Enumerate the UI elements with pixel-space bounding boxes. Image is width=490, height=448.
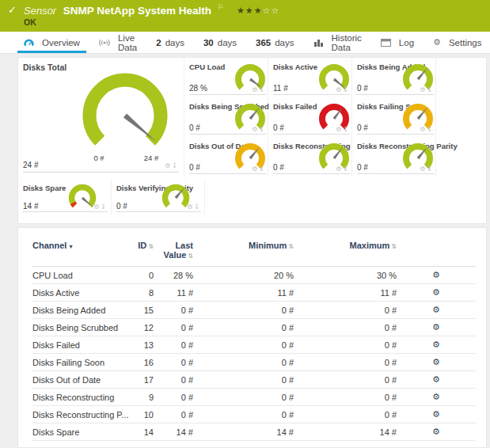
- pin-icon[interactable]: ↧: [259, 165, 264, 173]
- table-row[interactable]: Disks Being Scrubbed 12 0 # 0 # 0 # ⚙: [32, 319, 476, 336]
- col-header-id[interactable]: ID⇅: [120, 241, 154, 267]
- cell-last-value: 0 #: [154, 389, 193, 406]
- channel-settings-gear-icon[interactable]: ⚙: [432, 287, 440, 298]
- gauge-value: 0 #: [357, 84, 368, 93]
- pin-icon[interactable]: ↧: [101, 203, 106, 211]
- gauge-tile-disks-total: Disks Total 0 # 24 # 24 # ⚙↧: [18, 58, 184, 179]
- channel-settings-gear-icon[interactable]: ⚙: [432, 357, 440, 367]
- sensor-status-text: OK: [24, 17, 36, 27]
- gear-icon[interactable]: ⚙: [252, 165, 257, 173]
- col-header-channel[interactable]: Channel▾: [32, 241, 120, 267]
- table-row[interactable]: Disks Failing Soon 16 0 # 0 # 0 # ⚙: [32, 354, 476, 371]
- cell-channel: Disks Failed: [32, 336, 120, 354]
- pin-icon[interactable]: ↧: [259, 86, 264, 93]
- tab-live-data[interactable]: Live Data: [89, 32, 146, 53]
- table-row[interactable]: Disks Spare 14 14 # 14 # 14 # ⚙: [32, 423, 476, 441]
- divider: [23, 211, 108, 212]
- table-row[interactable]: Disks Active 8 11 # 11 # 11 # ⚙: [32, 284, 476, 302]
- gear-icon[interactable]: ⚙: [336, 165, 341, 173]
- tab-settings[interactable]: ⚙ Settings: [424, 32, 490, 53]
- col-header-maximum[interactable]: Maximum⇅: [294, 241, 397, 267]
- table-row[interactable]: Disks Reconstructing P... 10 0 # 0 # 0 #…: [32, 406, 476, 423]
- cell-maximum: 0 #: [294, 354, 397, 371]
- gauge-value: 0 #: [116, 202, 127, 211]
- cell-channel: CPU Load: [32, 267, 120, 284]
- pin-icon[interactable]: ↧: [427, 86, 432, 93]
- cell-channel: Disks Reconstructing: [32, 389, 120, 406]
- pin-icon[interactable]: ↧: [343, 165, 348, 173]
- divider: [189, 94, 266, 95]
- gauge-tile-disks-active: Disks Active 11 # ⚙↧: [268, 58, 352, 97]
- pin-icon[interactable]: ↧: [343, 126, 348, 133]
- gear-icon[interactable]: ⚙: [93, 203, 99, 211]
- col-header-minimum[interactable]: Minimum⇅: [193, 241, 294, 267]
- gear-icon[interactable]: ⚙: [336, 126, 341, 133]
- sorted-desc-icon: ▾: [69, 243, 72, 250]
- gauge-tile-disks-out-of-date: Disks Out of Date 0 # ⚙↧: [184, 137, 268, 177]
- gear-icon[interactable]: ⚙: [187, 203, 192, 211]
- gear-icon[interactable]: ⚙: [336, 86, 341, 93]
- cell-maximum: 0 #: [294, 371, 397, 389]
- cell-maximum: 0 #: [294, 302, 397, 319]
- table-row[interactable]: Disks Out of Date 17 0 # 0 # 0 # ⚙: [32, 371, 476, 389]
- gauge-tile-disks-reconstructing-parity: Disks Reconstructing Parity 0 # ⚙↧: [352, 137, 436, 177]
- disks-total-gauge: [78, 68, 173, 166]
- gauge-value: 0 #: [357, 163, 368, 172]
- sort-icon: ⇅: [288, 243, 294, 250]
- pin-icon[interactable]: ↧: [343, 86, 348, 93]
- sort-icon: ⇅: [188, 252, 193, 260]
- channel-settings-gear-icon[interactable]: ⚙: [432, 427, 440, 437]
- channel-settings-gear-icon[interactable]: ⚙: [432, 374, 440, 385]
- tab-bar: Overview Live Data 2 days 30 days 365 da…: [0, 32, 490, 54]
- gauge-tile-disks-spare: Disks Spare 14 # ⚙↧: [18, 179, 112, 215]
- table-row[interactable]: Disks Being Added 15 0 # 0 # 0 # ⚙: [32, 302, 476, 319]
- table-row[interactable]: CPU Load 0 28 % 20 % 30 % ⚙: [32, 267, 476, 284]
- channel-table: Channel▾ ID⇅ Last Value⇅ Minimum⇅ Maximu…: [32, 241, 476, 441]
- table-row[interactable]: Disks Reconstructing 9 0 # 0 # 0 # ⚙: [32, 389, 476, 406]
- gear-icon[interactable]: ⚙: [420, 126, 425, 133]
- channel-settings-gear-icon[interactable]: ⚙: [432, 270, 440, 280]
- pin-icon[interactable]: ↧: [172, 162, 177, 169]
- pin-icon[interactable]: ↧: [259, 126, 264, 133]
- cell-last-value: 0 #: [154, 319, 193, 336]
- gear-icon[interactable]: ⚙: [165, 162, 170, 169]
- cell-minimum: 0 #: [193, 354, 294, 371]
- gear-icon[interactable]: ⚙: [252, 86, 257, 93]
- cell-id: 0: [120, 267, 154, 284]
- tab-365-days[interactable]: 365 days: [246, 32, 303, 53]
- tab-log[interactable]: Log: [371, 32, 424, 53]
- channel-settings-gear-icon[interactable]: ⚙: [432, 392, 440, 402]
- pin-icon[interactable]: ↧: [427, 126, 432, 133]
- gear-icon[interactable]: ⚙: [420, 86, 425, 93]
- cell-id: 9: [120, 389, 154, 406]
- table-row[interactable]: Disks Failed 13 0 # 0 # 0 # ⚙: [32, 336, 476, 354]
- cell-maximum: 0 #: [294, 319, 397, 336]
- channel-settings-gear-icon[interactable]: ⚙: [432, 322, 440, 332]
- tab-30-days[interactable]: 30 days: [194, 32, 246, 53]
- gear-icon[interactable]: ⚙: [420, 165, 425, 173]
- gauge-scale-max: 24 #: [139, 154, 164, 162]
- priority-flag-icon[interactable]: ⚐: [217, 3, 223, 11]
- cell-maximum: 30 %: [294, 267, 397, 284]
- pin-icon[interactable]: ↧: [427, 165, 432, 173]
- cell-minimum: 0 #: [193, 371, 294, 389]
- channel-settings-gear-icon[interactable]: ⚙: [432, 409, 440, 420]
- col-header-last-value[interactable]: Last Value⇅: [154, 241, 193, 267]
- tab-overview[interactable]: Overview: [14, 32, 89, 53]
- gauge-tile-disks-being-scrubbed: Disks Being Scrubbed 0 # ⚙↧: [184, 97, 268, 137]
- channel-settings-gear-icon[interactable]: ⚙: [432, 305, 440, 315]
- cell-id: 14: [120, 423, 154, 441]
- priority-stars[interactable]: ★★★☆☆: [237, 6, 279, 16]
- channel-settings-gear-icon[interactable]: ⚙: [432, 340, 440, 350]
- sort-icon: ⇅: [391, 243, 397, 250]
- gauge-value: 0 #: [357, 123, 368, 132]
- gear-icon[interactable]: ⚙: [252, 126, 257, 133]
- pin-icon[interactable]: ↧: [194, 203, 199, 211]
- channel-table-panel: Channel▾ ID⇅ Last Value⇅ Minimum⇅ Maximu…: [17, 227, 487, 448]
- cell-last-value: 0 #: [154, 354, 193, 371]
- cell-minimum: 14 #: [193, 423, 294, 441]
- tab-2-days[interactable]: 2 days: [146, 32, 194, 53]
- divider: [189, 134, 266, 135]
- cell-id: 13: [120, 336, 154, 354]
- tab-historic-data[interactable]: Historic Data: [304, 32, 371, 53]
